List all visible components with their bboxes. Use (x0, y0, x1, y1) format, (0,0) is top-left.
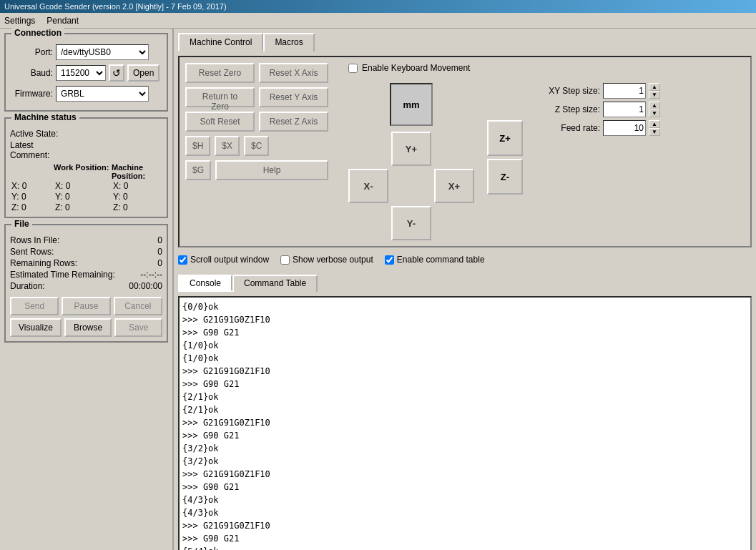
connection-title: Connection (11, 28, 64, 38)
z-minus-button[interactable]: Z- (487, 159, 523, 195)
tab-console[interactable]: Console (178, 275, 232, 292)
machine-control-panel: Reset Zero Reset X Axis Return to Zero R… (178, 56, 752, 247)
active-state-row: Active State: (10, 129, 162, 139)
work-y: Y: 0 (54, 192, 111, 202)
latest-comment-row: Latest Comment: (10, 140, 162, 160)
jog-grid: Y+ X- X+ Y- (348, 132, 474, 240)
menu-pendant[interactable]: Pendant (46, 16, 79, 26)
dollar-h-button[interactable]: $H (185, 136, 210, 156)
browse-button[interactable]: Browse (64, 318, 112, 337)
help-button[interactable]: Help (215, 160, 328, 180)
machine-position-label: Machine Position: (112, 163, 169, 180)
estimated-time-val: --:--:-- (140, 270, 162, 280)
z-step-down[interactable]: ▼ (649, 109, 660, 117)
enable-command-table-checkbox[interactable] (385, 255, 394, 265)
file-section: File Rows In File: 0 Sent Rows: 0 Remain… (4, 224, 168, 343)
sent-rows-row: Sent Rows: 0 (10, 247, 162, 257)
soft-reset-button[interactable]: Soft Reset (185, 112, 255, 132)
step-area: XY Step size: ▲ ▼ Z Step size: ▲ (536, 83, 660, 136)
reset-y-axis-button[interactable]: Reset Y Axis (259, 87, 328, 107)
tab-macros[interactable]: Macros (263, 33, 314, 51)
jog-empty-br (434, 206, 474, 240)
xy-step-input[interactable] (603, 83, 646, 99)
file-rows: Rows In File: 0 Sent Rows: 0 Remaining R… (10, 235, 162, 291)
duration-val: 00:00:00 (129, 281, 162, 291)
feed-rate-up[interactable]: ▲ (649, 120, 660, 128)
console-area: {0/0}ok >>> G21G91G0Z1F10 >>> G90 G21 {1… (178, 296, 752, 550)
baud-row: Baud: 11520096003840057600115200250000 ↺… (10, 64, 162, 82)
firmware-select[interactable]: GRBLTinyGG2core (56, 86, 149, 102)
dollar-g-button[interactable]: $G (185, 160, 211, 180)
tab-command-table[interactable]: Command Table (232, 275, 318, 292)
dollar-g-row: $G Help (185, 160, 328, 180)
show-verbose-item: Show verbose output (280, 255, 373, 265)
z-step-row: Z Step size: ▲ ▼ (536, 102, 660, 117)
enable-keyboard-checkbox[interactable] (348, 64, 358, 73)
open-button[interactable]: Open (127, 64, 159, 82)
sent-rows-val: 0 (157, 247, 162, 257)
pause-button[interactable]: Pause (62, 297, 110, 315)
xy-step-up[interactable]: ▲ (649, 83, 660, 91)
tab-machine-control[interactable]: Machine Control (178, 33, 263, 51)
soft-reset-row: Soft Reset Reset Z Axis (185, 112, 328, 132)
mm-display: mm (390, 83, 433, 126)
machine-y: Y: 0 (112, 192, 169, 202)
z-plus-button[interactable]: Z+ (487, 120, 523, 156)
xy-step-row: XY Step size: ▲ ▼ (536, 83, 660, 99)
xy-step-down[interactable]: ▼ (649, 91, 660, 99)
menu-settings[interactable]: Settings (4, 16, 35, 26)
scroll-output-checkbox[interactable] (178, 255, 187, 265)
reset-z-axis-button[interactable]: Reset Z Axis (259, 112, 328, 132)
visualize-button[interactable]: Visualize (10, 318, 62, 337)
work-z: Z: 0 (54, 202, 111, 212)
return-to-zero-button[interactable]: Return to Zero (185, 87, 255, 107)
keyboard-checkbox-row: Enable Keyboard Movement (348, 63, 660, 73)
return-row: Return to Zero Reset Y Axis (185, 87, 328, 107)
center-controls: Enable Keyboard Movement mm Y+ X- X+ (348, 63, 660, 240)
x-minus-button[interactable]: X- (348, 169, 388, 203)
reset-row: Reset Zero Reset X Axis (185, 63, 328, 83)
latest-comment-label: Latest Comment: (10, 140, 74, 160)
axis-z-label: Z: 0 (10, 202, 53, 212)
bottom-tab-bar: Console Command Table (178, 275, 752, 292)
x-plus-button[interactable]: X+ (434, 169, 474, 203)
machine-z: Z: 0 (112, 202, 169, 212)
cancel-button[interactable]: Cancel (114, 297, 162, 315)
main-layout: Connection Port: /dev/ttyUSB0 Baud: 1152… (0, 29, 756, 550)
save-button[interactable]: Save (114, 318, 162, 337)
enable-keyboard-label: Enable Keyboard Movement (362, 63, 470, 73)
title-text: Universal Gcode Sender (version 2.0 [Nig… (4, 2, 227, 11)
reset-zero-button[interactable]: Reset Zero (185, 63, 255, 83)
z-step-input[interactable] (603, 102, 646, 117)
dollar-x-button[interactable]: $X (215, 136, 240, 156)
checkboxes-row: Scroll output window Show verbose output… (178, 252, 752, 267)
reset-x-axis-button[interactable]: Reset X Axis (259, 63, 328, 83)
file-title: File (11, 219, 32, 229)
feed-rate-label: Feed rate: (536, 123, 600, 133)
y-minus-button[interactable]: Y- (391, 206, 431, 240)
sent-rows-label: Sent Rows: (10, 247, 54, 257)
baud-select[interactable]: 11520096003840057600115200250000 (56, 65, 106, 81)
port-select[interactable]: /dev/ttyUSB0 (56, 44, 149, 60)
y-plus-button[interactable]: Y+ (391, 132, 431, 166)
z-step-up[interactable]: ▲ (649, 102, 660, 109)
rows-in-file-label: Rows In File: (10, 235, 59, 245)
mm-jog-container: mm Y+ X- X+ Y- (348, 83, 474, 240)
right-panel: Machine Control Macros Reset Zero Reset … (174, 29, 756, 550)
show-verbose-checkbox[interactable] (280, 255, 290, 265)
dollar-row: $H $X $C (185, 136, 328, 156)
jog-empty-tl (348, 132, 388, 166)
console-output[interactable]: {0/0}ok >>> G21G91G0Z1F10 >>> G90 G21 {1… (180, 298, 750, 550)
work-x: X: 0 (54, 181, 111, 191)
jog-empty-bl (348, 206, 388, 240)
machine-status-title: Machine status (11, 112, 79, 122)
scroll-output-item: Scroll output window (178, 255, 269, 265)
feed-rate-input[interactable] (603, 120, 646, 136)
refresh-button[interactable]: ↺ (109, 64, 124, 82)
title-bar: Universal Gcode Sender (version 2.0 [Nig… (0, 0, 756, 13)
port-label: Port: (10, 47, 53, 57)
machine-x: X: 0 (112, 181, 169, 191)
dollar-c-button[interactable]: $C (244, 136, 269, 156)
send-button[interactable]: Send (10, 297, 59, 315)
feed-rate-down[interactable]: ▼ (649, 128, 660, 136)
